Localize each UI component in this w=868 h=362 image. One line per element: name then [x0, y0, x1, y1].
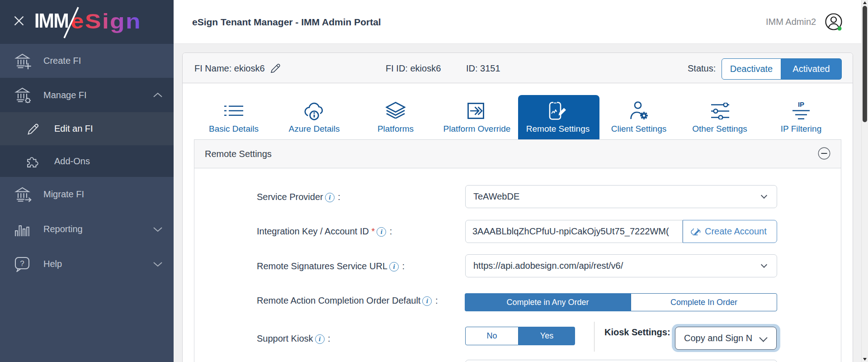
svg-text:?: ?	[20, 259, 24, 268]
svg-text:IP: IP	[798, 101, 804, 108]
